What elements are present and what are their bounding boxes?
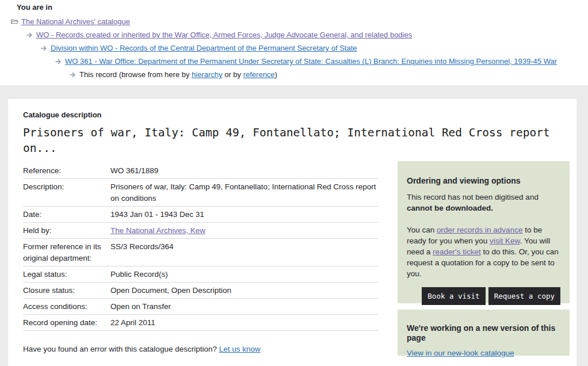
- field-value: Open on Transfer: [110, 301, 171, 312]
- arrow-right-icon: [26, 32, 33, 39]
- field-value: 1943 Jan 01 - 1943 Dec 31: [110, 209, 204, 220]
- breadcrumb-section: You are in The National Archives' catalo…: [0, 0, 588, 85]
- request-a-copy-button[interactable]: Request a copy: [488, 287, 560, 305]
- breadcrumb-item: WO - Records created or inherited by the…: [0, 28, 588, 41]
- book-a-visit-button[interactable]: Book a visit: [422, 287, 485, 305]
- text-segment: or by: [223, 70, 243, 79]
- section-label: Catalogue description: [23, 110, 576, 120]
- field-label: Access conditions:: [23, 301, 110, 312]
- field-label: Date:: [23, 209, 110, 220]
- let-us-know-link[interactable]: Let us know: [219, 345, 261, 353]
- ordering-link[interactable]: visit Kew: [490, 237, 520, 245]
- table-row: Description:Prisoners of war, Italy: Cam…: [23, 179, 378, 207]
- breadcrumb-link[interactable]: WO 361 - War Office: Department of the P…: [65, 55, 557, 68]
- table-row: Former reference in its original departm…: [23, 239, 378, 266]
- ordering-buttons: Book a visitRequest a copy: [407, 287, 560, 305]
- table-row: Reference:WO 361/1889: [23, 163, 378, 179]
- ordering-panel-heading: Ordering and viewing options: [407, 176, 560, 186]
- breadcrumb-link[interactable]: The National Archives' catalogue: [21, 15, 130, 28]
- table-row: Date:1943 Jan 01 - 1943 Dec 31: [23, 207, 378, 223]
- field-value: SS/3 Records/364: [110, 241, 174, 264]
- field-value: 22 April 2011: [110, 317, 155, 329]
- new-look-catalogue-link[interactable]: View in our new-look catalogue: [407, 349, 514, 357]
- field-label: Former reference in its original departm…: [23, 241, 110, 264]
- arrow-right-icon: [40, 45, 48, 52]
- record-title: Prisoners of war, Italy: Camp 49, Fontan…: [23, 125, 560, 156]
- text-segment: Have you found an error with this catalo…: [23, 345, 219, 353]
- field-label: Legal status:: [23, 269, 110, 280]
- content-background: Catalogue description Prisoners of war, …: [0, 85, 588, 366]
- table-row: Closure status:Open Document, Open Descr…: [23, 283, 378, 299]
- breadcrumb-link[interactable]: WO - Records created or inherited by the…: [36, 28, 412, 41]
- browse-link[interactable]: reference: [243, 70, 275, 79]
- held-by-link[interactable]: The National Archives, Kew: [110, 226, 205, 235]
- field-label: Description:: [23, 181, 110, 204]
- field-label: Record opening date:: [23, 317, 110, 329]
- breadcrumb-heading: You are in: [0, 3, 588, 12]
- ordering-note: You can order records in advance to be r…: [407, 224, 560, 279]
- table-row: Legal status:Public Record(s): [23, 266, 378, 283]
- breadcrumb-link[interactable]: Division within WO - Records of the Cent…: [51, 41, 357, 55]
- field-value: WO 361/1889: [110, 165, 158, 177]
- field-label: Closure status:: [23, 285, 110, 296]
- breadcrumb-item: The National Archives' catalogue: [0, 15, 588, 28]
- text-segment: This record (browse from here by: [79, 70, 192, 79]
- field-value: Prisoners of war, Italy: Camp 49, Fontan…: [110, 181, 378, 204]
- table-row: Record opening date:22 April 2011: [23, 315, 378, 331]
- text-segment: ): [275, 70, 277, 79]
- breadcrumb-current-record: This record (browse from here by hierarc…: [79, 68, 277, 81]
- digitised-note: This record has not been digitised and c…: [407, 192, 560, 214]
- table-row: Access conditions:Open on Transfer: [23, 299, 378, 315]
- breadcrumb-item: Division within WO - Records of the Cent…: [0, 41, 588, 55]
- breadcrumb: The National Archives' catalogueWO - Rec…: [0, 15, 588, 81]
- ordering-panel: Ordering and viewing options This record…: [398, 161, 570, 303]
- breadcrumb-item: This record (browse from here by hierarc…: [0, 68, 588, 81]
- field-value: Public Record(s): [110, 269, 168, 280]
- field-value: Open Document, Open Description: [110, 285, 231, 296]
- ordering-link[interactable]: reader's ticket: [433, 247, 481, 256]
- text-segment: You can: [407, 226, 437, 234]
- text-segment: This record has not been digitised and: [407, 193, 539, 201]
- browse-link[interactable]: hierarchy: [192, 70, 222, 79]
- new-version-heading: We're working on a new version of this p…: [407, 323, 560, 343]
- breadcrumb-item: WO 361 - War Office: Department of the P…: [0, 55, 588, 68]
- new-version-panel: We're working on a new version of this p…: [398, 310, 570, 356]
- field-value: The National Archives, Kew: [110, 225, 205, 237]
- text-segment: cannot be downloaded.: [407, 204, 493, 212]
- field-label: Held by:: [23, 225, 110, 237]
- arrow-right-icon: [55, 58, 62, 65]
- record-details-table: Reference:WO 361/1889Description:Prisone…: [23, 163, 378, 331]
- table-row: Held by:The National Archives, Kew: [23, 223, 378, 239]
- catalogue-description-card: Catalogue description Prisoners of war, …: [8, 99, 576, 366]
- ordering-link[interactable]: order records in advance: [437, 226, 522, 234]
- open-folder-icon: [11, 18, 18, 25]
- arrow-right-icon: [69, 71, 77, 78]
- field-label: Reference:: [23, 165, 110, 177]
